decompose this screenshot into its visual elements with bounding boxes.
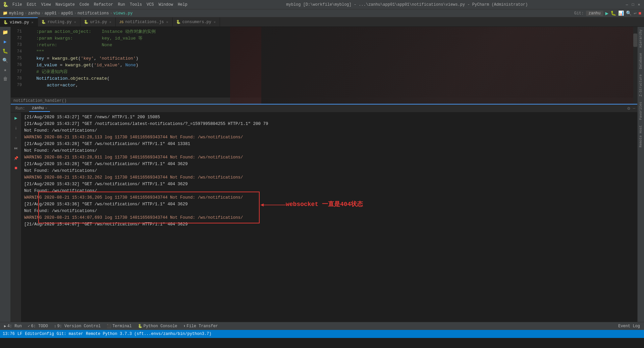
vcs-button[interactable]: ↩ xyxy=(634,10,636,16)
breadcrumb-app01-2[interactable]: app01 xyxy=(61,11,73,16)
breadcrumb-zanhu[interactable]: zanhu xyxy=(28,11,40,16)
menu-vcs[interactable]: VCS xyxy=(145,2,156,8)
toolbar-terminal-label: Terminal xyxy=(112,324,132,329)
tab-close-routing[interactable]: ✕ xyxy=(73,20,77,24)
toolbar-todo[interactable]: ✓ 6: TODO xyxy=(25,323,51,329)
tab-consumers-py[interactable]: 🐍 consumers.py ✕ xyxy=(173,17,220,27)
bookmark-tool-button[interactable]: ★ xyxy=(1,66,9,74)
run-pin-button[interactable]: 📌 xyxy=(12,154,20,162)
project-tool-button[interactable]: 📁 xyxy=(1,28,9,36)
toolbar-python-console-label: Python Console xyxy=(144,324,177,329)
close-button[interactable]: ✕ xyxy=(637,2,641,7)
run-tab-close[interactable]: ✕ xyxy=(45,106,47,110)
sidebar-hierarchy[interactable]: Hierarchy xyxy=(638,27,643,50)
breadcrumb-views[interactable]: views.py xyxy=(113,11,133,16)
menu-view[interactable]: View xyxy=(39,2,53,8)
menu-navigate[interactable]: Navigate xyxy=(53,2,77,8)
sidebar-favorites[interactable]: Favorites xyxy=(638,99,643,123)
run-stop-button[interactable]: ■ xyxy=(12,164,20,172)
tab-close-views[interactable]: ✕ xyxy=(31,20,34,25)
left-sidebar: 📁 ▶ 🐛 🔍 ★ 🗑 xyxy=(0,27,11,322)
toolbar-python-console[interactable]: 🐍 Python Console xyxy=(135,323,180,329)
tab-views-py[interactable]: 🐍 views.py ✕ xyxy=(0,17,38,27)
code-line-73: 73 :return: None xyxy=(11,42,637,48)
run-tab-zanhu[interactable]: zanhu ✕ xyxy=(29,105,50,112)
menu-bar[interactable]: File Edit View Navigate Code Refactor Ru… xyxy=(10,2,190,8)
run-tool-button[interactable]: ▶ xyxy=(1,38,9,46)
console-output[interactable]: [21/Aug/2020 15:43:27] "GET /news/ HTTP/… xyxy=(21,113,633,322)
menu-help[interactable]: Help xyxy=(176,2,190,8)
menu-run[interactable]: Run xyxy=(116,2,127,8)
status-editor-config: EditorConfig xyxy=(25,332,54,336)
window-controls[interactable]: — □ ✕ xyxy=(625,2,641,7)
run-collapse-button[interactable]: — xyxy=(633,106,635,111)
tab-close-consumers[interactable]: ✕ xyxy=(213,20,216,24)
tab-label-views: views.py xyxy=(10,20,29,25)
toolbar-terminal[interactable]: ⬛ Terminal xyxy=(104,323,135,329)
toolbar-file-transfer-label: File Transfer xyxy=(186,324,218,329)
run-settings-button[interactable]: ⚙ xyxy=(627,106,630,111)
trash-tool-button[interactable]: 🗑 xyxy=(1,75,9,83)
toolbar-version-control[interactable]: ↕ 9: Version Control xyxy=(51,323,103,329)
breadcrumb: myblog › zanhu › app01 › app01 › notific… xyxy=(9,11,133,16)
tab-close-urls[interactable]: ✕ xyxy=(109,20,112,24)
console-line: WARNING 2020-08-21 15:43:32,262 log 1173… xyxy=(24,174,631,181)
bottom-toolbar: ▶ 4: Run ✓ 6: TODO ↕ 9: Version Control … xyxy=(0,322,644,330)
project-bar: 📁 myblog › zanhu › app01 › app01 › notif… xyxy=(0,9,644,17)
websocket-annotation: websocket 一直是404状态 xyxy=(286,200,363,208)
main-area: 📁 ▶ 🐛 🔍 ★ 🗑 71 :param action_object: Ins… xyxy=(0,27,644,322)
run-up-button[interactable]: ↑ xyxy=(12,134,20,142)
debug-button[interactable]: 🐛 xyxy=(610,10,616,16)
coverage-button[interactable]: 🔍 xyxy=(626,10,632,16)
sidebar-database[interactable]: Database xyxy=(638,50,643,72)
menu-tools[interactable]: Tools xyxy=(128,2,144,8)
code-line-71: 71 :param action_object: Instance 动作对象的实… xyxy=(11,28,637,35)
tab-icon-views: 🐍 xyxy=(3,20,8,24)
stop-button[interactable]: ■ xyxy=(639,11,641,16)
menu-code[interactable]: Code xyxy=(77,2,91,8)
sidebar-z-structure[interactable]: Z-Structure xyxy=(638,72,643,99)
todo-icon: ✓ xyxy=(28,324,30,328)
event-log-button[interactable]: Event Log xyxy=(615,323,643,329)
code-area[interactable]: 71 :param action_object: Instance 动作对象的实… xyxy=(11,27,637,97)
breadcrumb-notifications[interactable]: notifications xyxy=(77,11,109,16)
menu-file[interactable]: File xyxy=(10,2,24,8)
run-down-button[interactable]: ↓ xyxy=(12,124,20,132)
menu-refactor[interactable]: Refactor xyxy=(92,2,115,8)
maximize-button[interactable]: □ xyxy=(631,2,635,7)
tab-notifications-js[interactable]: JS notifications.js ✕ xyxy=(116,17,172,27)
console-line: [21/Aug/2020 15:43:27] "GET /news/ HTTP/… xyxy=(24,114,631,121)
menu-window[interactable]: Window xyxy=(157,2,175,8)
console-line: [21/Aug/2020 15:43:32] "GET /ws/notifica… xyxy=(24,181,631,188)
project-icon: 📁 xyxy=(3,11,8,16)
vcs-icon: ↕ xyxy=(54,324,56,328)
tab-routing-py[interactable]: 🐍 routing.py ✕ xyxy=(38,17,80,27)
app-icon: 🐍 xyxy=(3,2,8,7)
tab-close-notifications[interactable]: ✕ xyxy=(166,20,169,24)
menu-edit[interactable]: Edit xyxy=(25,2,39,8)
breadcrumb-myblog[interactable]: myblog xyxy=(9,11,23,16)
status-git: Git: master xyxy=(57,332,83,336)
editor-area[interactable]: 71 :param action_object: Instance 动作对象的实… xyxy=(11,27,637,322)
toolbar-run-label: 4: Run xyxy=(7,324,22,329)
tab-urls-py[interactable]: 🐍 urls.py ✕ xyxy=(80,17,116,27)
run-button[interactable]: ▶ xyxy=(605,10,609,17)
toolbar-file-transfer[interactable]: ⬆ File Transfer xyxy=(181,323,221,329)
git-branch-button[interactable]: zanhu xyxy=(586,11,603,16)
console-line: WARNING 2020-08-21 15:44:07,693 log 1173… xyxy=(24,214,631,221)
run-play-button[interactable]: ▶ xyxy=(12,114,20,122)
run-icon: ▶ xyxy=(4,324,6,328)
file-transfer-icon: ⬆ xyxy=(183,324,186,328)
debug-tool-button[interactable]: 🐛 xyxy=(1,47,9,55)
console-line: [21/Aug/2020 15:43:28] "GET /ws/notifica… xyxy=(24,161,631,167)
profile-button[interactable]: 📊 xyxy=(618,10,624,16)
minimize-button[interactable]: — xyxy=(625,2,629,7)
console-line: Not Found: /ws/notifications/ xyxy=(24,167,631,174)
sidebar-remote-host[interactable]: Remote Host xyxy=(638,123,643,150)
run-skip-button[interactable]: ⏭ xyxy=(12,144,20,152)
find-tool-button[interactable]: 🔍 xyxy=(1,56,9,64)
tab-label-notifications: notifications.js xyxy=(125,20,164,24)
breadcrumb-app01-1[interactable]: app01 xyxy=(45,11,57,16)
toolbar-run[interactable]: ▶ 4: Run xyxy=(1,323,24,329)
run-left-sidebar: ▶ ↓ ↑ ⏭ 📌 ■ xyxy=(11,113,21,322)
